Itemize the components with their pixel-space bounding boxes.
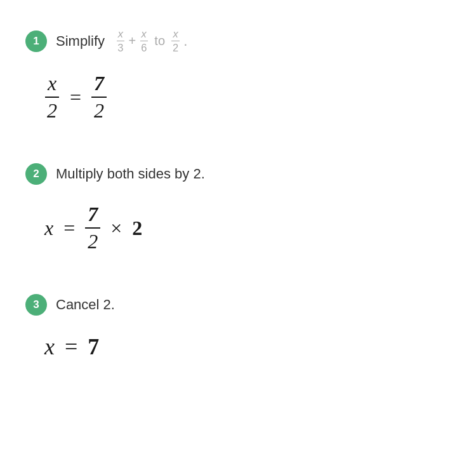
var-x-3: x [44, 333, 55, 360]
equals-2: = [63, 217, 75, 240]
step-3-equation: x = 7 [44, 333, 451, 360]
result-7: 7 [88, 333, 99, 360]
period-1: . [183, 33, 187, 50]
step-2-equation: x = 7 2 × 2 [44, 203, 451, 253]
step-1-section: 1 Simplify x 3 + x 6 to x 2 [25, 28, 451, 148]
step-3-badge: 3 [25, 294, 47, 316]
step-2-header: 2 Multiply both sides by 2. [25, 163, 451, 185]
step-3-section: 3 Cancel 2. x = 7 [25, 294, 451, 385]
to-word: to [154, 34, 165, 48]
times-sign: × [110, 217, 122, 240]
step-1-verb: Simplify [56, 33, 105, 49]
frac-x2-lhs: x 2 [44, 72, 60, 123]
frac-x3: x 3 [116, 28, 124, 54]
step-3-number: 3 [33, 298, 39, 311]
step-1-equation: x 2 = 7 2 [44, 72, 451, 123]
step-2-badge: 2 [25, 163, 47, 185]
step-1-badge: 1 [25, 30, 47, 52]
step-3-description: Cancel 2. [56, 297, 115, 313]
frac-7-2-step2: 7 2 [85, 203, 100, 253]
step-1-description: Simplify x 3 + x 6 to x 2 . [56, 28, 187, 54]
equals-1: = [70, 86, 81, 109]
step-1-number: 1 [33, 35, 39, 48]
step-1-inline-math: x 3 + x 6 to x 2 . [109, 28, 187, 54]
number-2-step2: 2 [132, 217, 142, 240]
step-2-number: 2 [33, 168, 39, 180]
plus-sign: + [128, 34, 136, 48]
frac-x6: x 6 [140, 28, 148, 54]
step-2-section: 2 Multiply both sides by 2. x = 7 2 × 2 [25, 163, 451, 279]
var-x-2: x [44, 217, 53, 240]
step-2-description: Multiply both sides by 2. [56, 166, 205, 182]
equals-3: = [65, 333, 77, 360]
frac-7-2: 7 2 [91, 72, 107, 123]
step-2-text: Multiply both sides by 2. [56, 166, 205, 182]
step-3-header: 3 Cancel 2. [25, 294, 451, 316]
frac-x2-header: x 2 [171, 28, 180, 54]
step-3-text: Cancel 2. [56, 297, 115, 312]
step-1-header: 1 Simplify x 3 + x 6 to x 2 [25, 28, 451, 54]
